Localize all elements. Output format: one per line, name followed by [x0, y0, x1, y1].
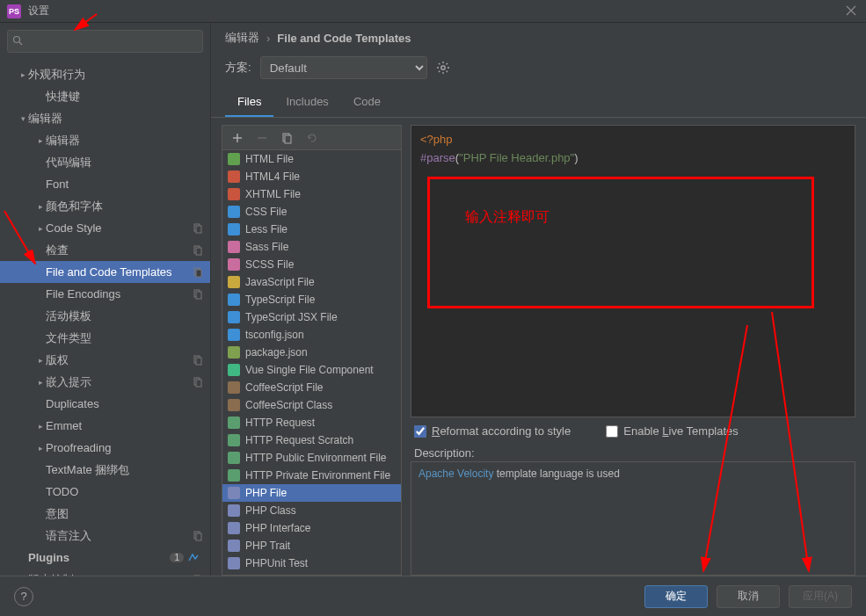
template-item[interactable]: Vue Single File Component — [222, 361, 401, 379]
file-type-icon — [228, 417, 240, 429]
sidebar-item-7[interactable]: ▸Code Style — [0, 217, 210, 239]
sidebar-item-5[interactable]: Font — [0, 173, 210, 195]
sidebar-item-16[interactable]: ▸Emmet — [0, 415, 210, 437]
template-item[interactable]: TypeScript JSX File — [222, 308, 401, 326]
template-item[interactable]: CoffeeScript Class — [222, 396, 401, 414]
template-item[interactable]: Less File — [222, 221, 401, 238]
close-icon[interactable] — [845, 4, 857, 17]
sidebar-item-11[interactable]: 活动模板 — [0, 305, 210, 327]
template-item[interactable]: SCSS File — [222, 256, 401, 273]
template-item[interactable]: PHP Trait — [222, 537, 401, 554]
file-toolbar — [222, 126, 401, 150]
scope-icon — [193, 245, 203, 256]
sidebar-item-label: 外观和行为 — [28, 67, 203, 83]
apply-button[interactable]: 应用(A) — [789, 585, 852, 608]
file-type-icon — [228, 276, 240, 288]
sidebar-item-label: Emmet — [46, 419, 203, 432]
template-editor[interactable]: <?php #parse("PHP File Header.php") 输入注释… — [411, 125, 855, 417]
title-bar: PS 设置 — [0, 0, 866, 23]
template-item[interactable]: PHP Class — [222, 502, 401, 519]
template-item[interactable]: CSS File — [222, 203, 401, 221]
svg-rect-14 — [196, 533, 201, 540]
scheme-select[interactable]: Default — [260, 56, 427, 79]
template-item[interactable]: XHTML File — [222, 185, 401, 203]
ok-button[interactable]: 确定 — [644, 585, 708, 608]
breadcrumb-root[interactable]: 编辑器 — [225, 30, 259, 46]
template-item[interactable]: HTTP Request — [222, 414, 401, 431]
cancel-button[interactable]: 取消 — [717, 585, 780, 608]
reformat-checkbox[interactable]: Reformat according to style — [414, 424, 571, 438]
file-type-icon — [228, 452, 240, 464]
template-item[interactable]: PHP File — [222, 484, 401, 502]
chevron-icon: ▸ — [35, 356, 46, 365]
template-item[interactable]: tsconfig.json — [222, 326, 401, 344]
template-item[interactable]: HTTP Public Environment File — [222, 449, 401, 467]
sidebar-item-label: 嵌入提示 — [46, 374, 189, 390]
svg-rect-10 — [196, 358, 201, 365]
chevron-icon: ▸ — [35, 202, 46, 211]
badge: 1 — [170, 553, 184, 562]
template-item[interactable]: HTTP Private Environment File — [222, 467, 401, 484]
sidebar-item-12[interactable]: 文件类型 — [0, 327, 210, 349]
gear-icon[interactable] — [436, 61, 450, 75]
code-token: "PHP File Header.php" — [459, 151, 574, 164]
sidebar-item-17[interactable]: ▸Proofreading — [0, 437, 210, 459]
sidebar-item-8[interactable]: 检查 — [0, 239, 210, 261]
sidebar-item-0[interactable]: ▸外观和行为 — [0, 63, 210, 85]
sidebar-item-label: 版权 — [46, 352, 189, 368]
template-item[interactable]: HTML4 File — [222, 168, 401, 185]
file-type-icon — [228, 399, 240, 411]
template-item-label: HTTP Private Environment File — [245, 469, 390, 482]
sidebar-item-label: TODO — [46, 485, 203, 498]
scheme-label: 方案: — [225, 60, 251, 76]
svg-rect-12 — [196, 380, 201, 387]
undo-icon[interactable] — [305, 132, 317, 144]
file-type-icon — [228, 346, 240, 359]
template-item[interactable]: PHP Interface — [222, 519, 401, 537]
add-icon[interactable] — [231, 132, 244, 144]
sidebar-item-15[interactable]: Duplicates — [0, 393, 210, 415]
template-item[interactable]: HTML File — [222, 150, 401, 168]
sidebar-item-3[interactable]: ▸编辑器 — [0, 129, 210, 151]
template-item[interactable]: package.json — [222, 344, 401, 361]
sidebar-item-2[interactable]: ▾编辑器 — [0, 107, 210, 129]
template-item-label: SCSS File — [245, 258, 294, 271]
sidebar-item-19[interactable]: TODO — [0, 481, 210, 503]
svg-rect-19 — [285, 135, 291, 143]
svg-rect-8 — [196, 292, 201, 299]
scope-icon — [193, 289, 203, 300]
remove-icon[interactable] — [256, 132, 268, 144]
sidebar-item-label: 文件类型 — [46, 330, 203, 346]
template-item[interactable]: CoffeeScript File — [222, 379, 401, 396]
template-item-label: JavaScript File — [245, 276, 315, 288]
sidebar-item-6[interactable]: ▸颜色和字体 — [0, 195, 210, 217]
sidebar-item-4[interactable]: 代码编辑 — [0, 151, 210, 173]
template-item[interactable]: HTTP Request Scratch — [222, 431, 401, 449]
sidebar-item-13[interactable]: ▸版权 — [0, 349, 210, 371]
sidebar-item-1[interactable]: 快捷键 — [0, 85, 210, 107]
sidebar-item-14[interactable]: ▸嵌入提示 — [0, 371, 210, 393]
sidebar-item-20[interactable]: 意图 — [0, 503, 210, 525]
template-item[interactable]: JavaScript File — [222, 273, 401, 291]
sidebar-item-18[interactable]: TextMate 捆绑包 — [0, 459, 210, 481]
sidebar-item-10[interactable]: File Encodings — [0, 283, 210, 305]
tab-files[interactable]: Files — [225, 88, 273, 117]
tab-includes[interactable]: Includes — [273, 88, 340, 117]
search-input[interactable] — [7, 30, 203, 53]
settings-sidebar: ▸外观和行为快捷键▾编辑器▸编辑器代码编辑Font▸颜色和字体▸Code Sty… — [0, 23, 211, 576]
live-templates-checkbox[interactable]: Enable Live Templates — [606, 424, 739, 438]
template-item[interactable]: PHPUnit Test — [222, 554, 401, 572]
help-icon[interactable]: ? — [14, 587, 33, 606]
sidebar-item-9[interactable]: File and Code Templates — [0, 261, 210, 283]
copy-icon[interactable] — [280, 132, 293, 144]
template-item[interactable]: TypeScript File — [222, 291, 401, 308]
scope-icon — [193, 355, 203, 366]
apache-velocity-link[interactable]: Apache Velocity — [418, 467, 493, 480]
template-item[interactable]: Sass File — [222, 238, 401, 256]
sidebar-item-22[interactable]: Plugins1 — [0, 547, 210, 569]
main-panel: 编辑器 › File and Code Templates 方案: Defaul… — [211, 23, 866, 576]
sidebar-item-21[interactable]: 语言注入 — [0, 525, 210, 547]
sidebar-item-23[interactable]: ▸版本控制 — [0, 569, 210, 576]
tab-code[interactable]: Code — [341, 88, 393, 117]
file-type-icon — [228, 329, 240, 341]
